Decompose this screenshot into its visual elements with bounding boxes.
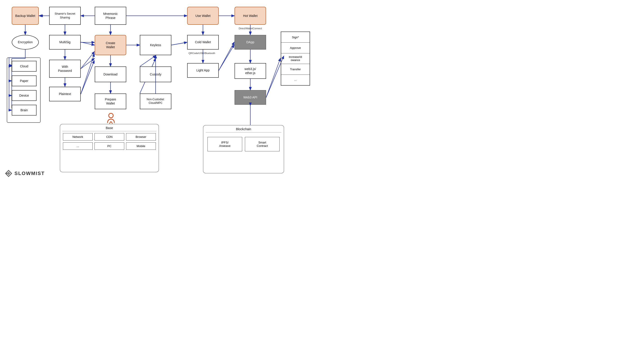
browser-node: Browser	[126, 133, 156, 140]
prepare-wallet-label: PrepareWallet	[105, 97, 116, 106]
dots-item: ...	[281, 75, 309, 85]
mobile-node: Mobile	[126, 142, 156, 150]
sign-item: Sign*	[281, 32, 309, 42]
mnemonic-node: MnemonicPhrase	[95, 7, 126, 25]
shamirs-node: Shamir's SecretSharing	[49, 7, 81, 25]
blockchain-row: IPFS/Arweave SmartContract	[203, 137, 284, 151]
encryption-node: Encryption	[12, 35, 39, 50]
svg-line-66	[266, 58, 280, 98]
backup-wallet-node: Backup Wallet	[12, 7, 39, 25]
pc-node: PC	[95, 142, 124, 150]
svg-line-24	[219, 42, 234, 70]
keyless-node: Keyless	[140, 35, 171, 55]
dapp-node: DApp	[234, 35, 266, 50]
custody-node: Custody	[140, 66, 171, 82]
slowmist-logo-icon	[5, 170, 13, 178]
diagram: Backup Wallet Encryption Cloud Paper Dev…	[0, 0, 317, 182]
plaintext-node: Plaintext	[49, 87, 81, 101]
with-password-label: WithPassword	[58, 65, 72, 73]
base-row1: Network CDN Browser	[60, 133, 159, 140]
download-node: Download	[95, 66, 126, 82]
person-icon	[104, 112, 118, 124]
non-custodial-node: Non-Custodial:Cloud/MPC	[140, 94, 171, 109]
cold-wallet-label: Cold Wallet	[195, 40, 211, 44]
logo: SLOWMIST	[5, 170, 45, 178]
web3js-label: web3.js/ether.js	[244, 67, 256, 75]
svg-line-34	[111, 122, 113, 124]
actions-list: Sign* Approve increaseAllowance Transfer…	[281, 32, 310, 86]
web3js-node: web3.js/ether.js	[234, 63, 266, 79]
svg-line-58	[171, 42, 187, 45]
use-wallet-label: Use Wallet	[195, 14, 210, 18]
cdn-node: CDN	[95, 133, 124, 140]
hot-wallet-node: Hot Wallet	[234, 7, 266, 25]
mnemonic-label: MnemonicPhrase	[103, 12, 118, 20]
with-password-node: WithPassword	[49, 60, 81, 78]
encryption-label: Encryption	[18, 40, 33, 44]
qrcode-label: QRCode/USB/Bluetooth	[185, 52, 219, 54]
cold-wallet-node: Cold Wallet	[187, 35, 219, 50]
dots-base-node: ...	[63, 142, 93, 150]
logo-text: SLOWMIST	[15, 170, 45, 176]
blockchain-group: Blockchain IPFS/Arweave SmartContract	[203, 125, 284, 174]
web3api-node: Web3 API	[234, 90, 266, 105]
web3api-label: Web3 API	[243, 95, 257, 99]
blockchain-group-title: Blockchain	[203, 127, 284, 131]
svg-line-19	[171, 42, 187, 45]
svg-line-33	[109, 122, 111, 124]
base-group-title: Base	[60, 126, 159, 130]
paper-node: Paper	[12, 76, 37, 86]
prepare-wallet-node: PrepareWallet	[95, 94, 126, 109]
svg-line-13	[81, 58, 94, 69]
smart-contract-node: SmartContract	[245, 137, 280, 151]
direct-walletconnect-label: Direct/WalletConnect	[230, 27, 271, 30]
plaintext-label: Plaintext	[59, 92, 71, 96]
shamirs-label: Shamir's SecretSharing	[55, 12, 75, 20]
cloud-label: Cloud	[20, 64, 29, 68]
cloud-node: Cloud	[12, 61, 37, 72]
multisig-node: MultiSig	[49, 35, 81, 50]
hot-wallet-label: Hot Wallet	[243, 14, 257, 18]
transfer-item: Transfer	[281, 64, 309, 74]
multisig-label: MultiSig	[59, 40, 71, 44]
svg-line-63	[219, 45, 234, 70]
keyless-label: Keyless	[150, 43, 161, 47]
create-wallet-label: CreateWallet	[106, 41, 115, 49]
light-app-label: Light App	[196, 68, 209, 72]
device-node: Device	[12, 90, 37, 101]
brain-node: Brain	[12, 105, 37, 116]
backup-wallet-label: Backup Wallet	[15, 14, 36, 18]
svg-point-32	[109, 113, 113, 118]
svg-line-47	[81, 42, 94, 45]
non-custodial-label: Non-Custodial:Cloud/MPC	[147, 98, 164, 105]
base-row2: ... PC Mobile	[60, 142, 159, 150]
download-label: Download	[104, 72, 118, 76]
approve-item: Approve	[281, 42, 309, 53]
dapp-label: DApp	[246, 40, 254, 44]
base-group: Base Network CDN Browser ... PC Mobile	[60, 124, 159, 172]
use-wallet-node: Use Wallet	[187, 7, 219, 25]
svg-line-48	[81, 52, 94, 69]
svg-line-17	[140, 56, 156, 66]
ipfs-node: IPFS/Arweave	[207, 137, 242, 151]
brain-label: Brain	[21, 108, 28, 112]
svg-line-14	[81, 61, 94, 94]
create-wallet-node: CreateWallet	[95, 35, 126, 55]
increase-allowance-item: increaseAllowance	[281, 54, 309, 64]
light-app-node: Light App	[187, 63, 219, 78]
custody-label: Custody	[150, 72, 161, 76]
network-node: Network	[63, 133, 93, 140]
paper-label: Paper	[20, 79, 28, 83]
svg-line-49	[81, 54, 94, 94]
device-label: Device	[20, 94, 29, 98]
